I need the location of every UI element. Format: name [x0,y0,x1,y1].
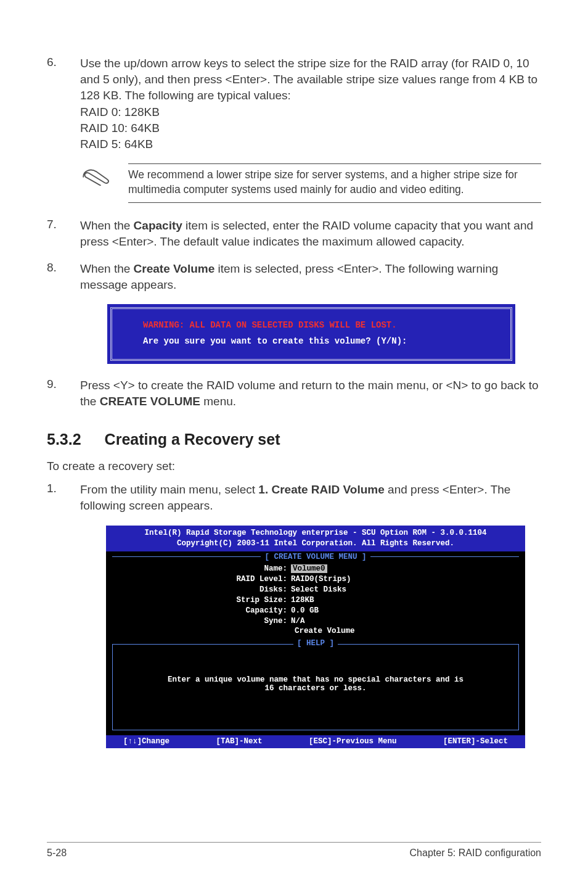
warning-inner: WARNING: ALL DATA ON SELECTED DISKS WILL… [110,307,512,360]
paperclip-note-icon [80,163,112,188]
field-syne: Syne: N/A [106,616,525,627]
bios-screenshot: Intel(R) Rapid Storage Technology enterp… [106,526,525,748]
note-text: We recommend a lower stripe size for ser… [128,163,541,202]
help-line: Enter a unique volume name that has no s… [124,675,507,684]
value-line: RAID 10: 64KB [80,120,541,136]
field-disks: Disks: Select Disks [106,585,525,595]
warning-title: WARNING: ALL DATA ON SELECTED DISKS WILL… [143,318,499,333]
text-pre: From the utility main menu, select [80,483,258,496]
text-bold: Create Volume [134,262,215,275]
step-body: Use the up/down arrow keys to select the… [80,56,541,152]
field-value-selected[interactable]: Volume0 [291,564,327,573]
create-volume-menu-title: [ CREATE VOLUME MENU ] [106,551,525,561]
hint-next: [TAB]-Next [216,737,262,746]
field-label: Disks: [106,585,291,595]
value-line: RAID 0: 128KB [80,104,541,120]
step-9: 9. Press <Y> to create the RAID volume a… [47,377,541,410]
step-text: Use the up/down arrow keys to select the… [80,57,537,102]
field-value[interactable]: 128KB [291,595,314,606]
field-label: Name: [106,564,291,574]
step-6: 6. Use the up/down arrow keys to select … [47,56,541,152]
step-body: When the Capacity item is selected, ente… [80,218,541,250]
step-number: 1. [47,482,80,514]
step-number: 6. [47,56,80,152]
text-pre: When the [80,219,134,232]
section-heading: 5.3.2 Creating a Recovery set [47,431,541,448]
intro-text: To create a recovery set: [47,460,541,473]
section-label: [ CREATE VOLUME MENU ] [261,553,370,561]
step-1: 1. From the utility main menu, select 1.… [47,482,541,514]
field-label: Strip Size: [106,595,291,606]
step-number: 7. [47,218,80,250]
field-label: Syne: [106,616,291,627]
page-number: 5-28 [47,848,67,859]
hint-change: [↑↓]Change [123,737,169,746]
step-body: When the Create Volume item is selected,… [80,261,541,293]
text-pre: When the [80,262,134,275]
field-value[interactable]: RAID0(Strips) [291,574,351,585]
warning-prompt: Are you sure you want to create this vol… [143,334,499,349]
bios-key-hints: [↑↓]Change [TAB]-Next [ESC]-Previous Men… [106,735,525,748]
step-number: 9. [47,377,80,410]
bios-copyright-line: Copyright(C) 2003-11 Intel Corporation. … [110,538,521,549]
text-bold: Capacity [134,219,182,232]
step-body: Press <Y> to create the RAID volume and … [80,377,541,410]
field-value[interactable]: 0.0 GB [291,606,319,616]
hint-previous: [ESC]-Previous Menu [309,737,397,746]
note-callout: We recommend a lower stripe size for ser… [80,163,541,202]
value-line: RAID 5: 64KB [80,136,541,152]
text-post: menu. [200,395,236,408]
hint-select: [ENTER]-Select [443,737,508,746]
bios-header: Intel(R) Rapid Storage Technology enterp… [106,526,525,552]
field-value[interactable]: Select Disks [291,585,346,595]
bios-title-line: Intel(R) Rapid Storage Technology enterp… [110,528,521,538]
bios-help-panel: [ HELP ] Enter a unique volume name that… [112,644,519,730]
text-bold: CREATE VOLUME [100,395,200,408]
section-number: 5.3.2 [47,431,81,448]
step-8: 8. When the Create Volume item is select… [47,261,541,293]
field-strip-size: Strip Size: 128KB [106,595,525,606]
step-7: 7. When the Capacity item is selected, e… [47,218,541,250]
help-line: 16 characters or less. [124,684,507,693]
field-name: Name: Volume0 [106,564,525,574]
step-body: From the utility main menu, select 1. Cr… [80,482,541,514]
field-capacity: Capacity: 0.0 GB [106,606,525,616]
field-label: RAID Level: [106,574,291,585]
warning-dialog: WARNING: ALL DATA ON SELECTED DISKS WILL… [107,304,515,363]
field-raid-level: RAID Level: RAID0(Strips) [106,574,525,585]
chapter-title: Chapter 5: RAID configuration [410,848,541,859]
create-volume-action[interactable]: Create Volume [106,627,525,635]
page-footer: 5-28 Chapter 5: RAID configuration [47,842,541,859]
section-title: Creating a Recovery set [105,431,280,448]
field-value[interactable]: N/A [291,616,305,627]
bios-field-block: Name: Volume0 RAID Level: RAID0(Strips) … [106,561,525,641]
text-bold: 1. Create RAID Volume [258,483,384,496]
help-label: [ HELP ] [293,639,338,648]
step-number: 8. [47,261,80,293]
field-label: Capacity: [106,606,291,616]
